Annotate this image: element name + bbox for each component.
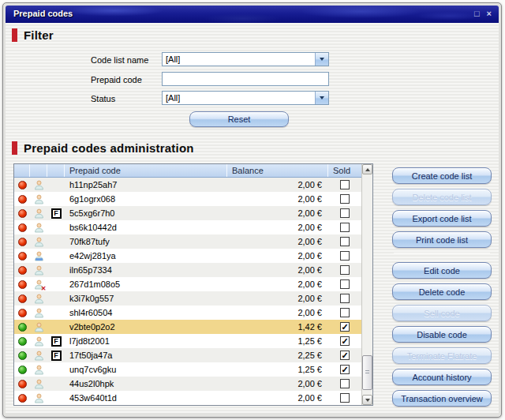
table-row[interactable]: F 70fk87tufy 2,00 € <box>14 234 361 249</box>
status-value: [All] <box>166 93 180 103</box>
prepaid-code-cell: 6g1ogrx068 <box>65 194 227 204</box>
table-row[interactable]: F 17t50ja47a 2,25 € ✓ <box>14 348 361 362</box>
action-button-stack: Create code listDelete code listExport c… <box>392 167 492 411</box>
balance-cell: 2,00 € <box>227 180 328 189</box>
prepaid-code-input[interactable] <box>162 72 329 86</box>
user-icon <box>34 351 44 361</box>
sold-checkbox[interactable] <box>340 379 350 388</box>
prepaid-code-cell: bs6k10442d <box>65 223 227 232</box>
create-code-list-button[interactable]: Create code list <box>392 167 492 184</box>
status-dropdown-button[interactable] <box>315 92 328 104</box>
code-list-name-select[interactable]: [All] <box>162 52 329 66</box>
sold-checkbox[interactable]: ✓ <box>340 351 350 360</box>
main-panel: Filter Code list name [All] Prepaid code… <box>6 23 499 413</box>
table-row[interactable]: F unq7cv6gku 1,25 € ✓ <box>14 362 361 377</box>
prepaid-code-cell: k3i7k0g557 <box>65 294 227 303</box>
chevron-down-icon <box>320 96 324 99</box>
table-row[interactable]: F k3i7k0g557 2,00 € <box>14 291 361 306</box>
window-title: Prepaid codes <box>13 9 73 18</box>
balance-cell: 2,00 € <box>227 379 328 388</box>
flatrate-column-header <box>47 164 65 177</box>
edit-code-button[interactable]: Edit code <box>392 262 492 279</box>
close-icon[interactable]: × <box>487 8 492 20</box>
delete-code-button[interactable]: Delete code <box>392 283 492 300</box>
status-select[interactable]: [All] <box>162 91 329 105</box>
user-icon-overlay: ✕ <box>41 285 47 292</box>
table-row[interactable]: ✕ F 267d1m08o5 2,00 € <box>14 277 361 291</box>
sold-checkbox[interactable] <box>340 180 350 189</box>
status-red-icon <box>18 266 27 275</box>
delete-code-list-button[interactable]: Delete code list <box>392 189 492 205</box>
scrollbar-thumb[interactable] <box>362 355 372 390</box>
export-code-list-button[interactable]: Export code list <box>392 210 492 227</box>
prepaid-code-cell: 5c5xg6r7h0 <box>65 208 227 218</box>
sold-checkbox[interactable]: ✓ <box>340 336 350 346</box>
table-row[interactable]: F 44us2l0hpk 2,00 € <box>14 377 361 391</box>
sold-checkbox[interactable]: ✓ <box>340 322 350 332</box>
terminate-flatrate-button[interactable]: Terminate Flatrate <box>392 347 492 364</box>
sold-checkbox[interactable] <box>340 265 350 275</box>
user-icon <box>34 336 44 347</box>
table-row[interactable]: F 453w640t1d 2,00 € <box>14 391 361 405</box>
user-icon <box>34 379 44 389</box>
filter-heading-text: Filter <box>24 28 54 42</box>
table-row[interactable]: F l7jd8t2001 1,25 € ✓ <box>14 334 361 348</box>
status-label: Status <box>91 94 115 103</box>
table-row[interactable]: F v2bte0p2o2 1,42 € ✓ <box>14 320 361 334</box>
table-row[interactable]: F h11np25ah7 2,00 € <box>14 178 361 192</box>
prepaid-code-cell: h11np25ah7 <box>65 180 227 189</box>
user-icon <box>34 265 44 276</box>
status-red-icon <box>18 209 27 218</box>
sold-checkbox[interactable] <box>340 223 350 232</box>
scroll-up-button[interactable] <box>362 164 372 174</box>
transaction-overview-button[interactable]: Transaction overview <box>392 390 492 407</box>
prepaid-code-column-header[interactable]: Prepaid code <box>65 164 227 177</box>
account-history-button[interactable]: Account history <box>392 369 492 385</box>
filter-section-heading: Filter <box>12 28 54 42</box>
disable-code-button[interactable]: Disable code <box>392 326 492 343</box>
user-icon <box>34 208 44 219</box>
status-red-icon <box>18 309 27 317</box>
table-row[interactable]: F 5c5xg6r7h0 2,00 € <box>14 206 361 220</box>
prepaid-codes-window: Prepaid codes □ × Filter Code list name … <box>2 2 502 418</box>
scroll-down-button[interactable] <box>362 395 372 405</box>
prepaid-code-cell: iln65p7334 <box>65 265 227 275</box>
admin-heading-text: Prepaid codes administration <box>24 141 194 155</box>
sold-checkbox[interactable] <box>340 208 350 218</box>
balance-cell: 2,00 € <box>227 208 328 218</box>
maximize-icon[interactable]: □ <box>474 8 480 20</box>
sell-code-button[interactable]: Sell code <box>392 305 492 321</box>
table-row[interactable]: F 6g1ogrx068 2,00 € <box>14 192 361 206</box>
balance-cell: 2,00 € <box>227 223 328 232</box>
section-marker-icon <box>12 28 17 42</box>
sold-checkbox[interactable] <box>340 194 350 204</box>
balance-cell: 1,42 € <box>227 322 328 332</box>
sold-checkbox[interactable] <box>340 251 350 261</box>
user-icon <box>34 365 44 375</box>
scroll-down-icon <box>365 399 370 402</box>
user-icon <box>34 308 44 318</box>
user-icon <box>34 223 44 233</box>
status-red-icon <box>18 223 27 232</box>
reset-button[interactable]: Reset <box>189 111 289 127</box>
code-list-name-dropdown-button[interactable] <box>315 53 328 66</box>
print-code-list-button[interactable]: Print code list <box>392 231 492 248</box>
table-row[interactable]: F iln65p7334 2,00 € <box>14 263 361 277</box>
sold-column-header[interactable]: Sold <box>328 164 361 177</box>
table-row[interactable]: F bs6k10442d 2,00 € <box>14 220 361 234</box>
table-row[interactable]: F e42wj281ya 2,00 € <box>14 249 361 263</box>
balance-cell: 2,00 € <box>227 393 328 403</box>
flatrate-icon: F <box>51 351 62 361</box>
sold-checkbox[interactable]: ✓ <box>340 365 350 374</box>
sold-checkbox[interactable] <box>340 393 350 403</box>
sold-checkbox[interactable] <box>340 308 350 317</box>
user-icon <box>34 194 44 204</box>
sold-checkbox[interactable] <box>340 294 350 303</box>
balance-column-header[interactable]: Balance <box>227 164 328 177</box>
status-red-icon <box>18 238 27 246</box>
vertical-scrollbar[interactable] <box>361 164 372 405</box>
sold-checkbox[interactable] <box>340 237 350 246</box>
sold-checkbox[interactable] <box>340 279 350 289</box>
table-row[interactable]: F shl4r60504 2,00 € <box>14 306 361 320</box>
scroll-up-icon <box>365 168 370 171</box>
